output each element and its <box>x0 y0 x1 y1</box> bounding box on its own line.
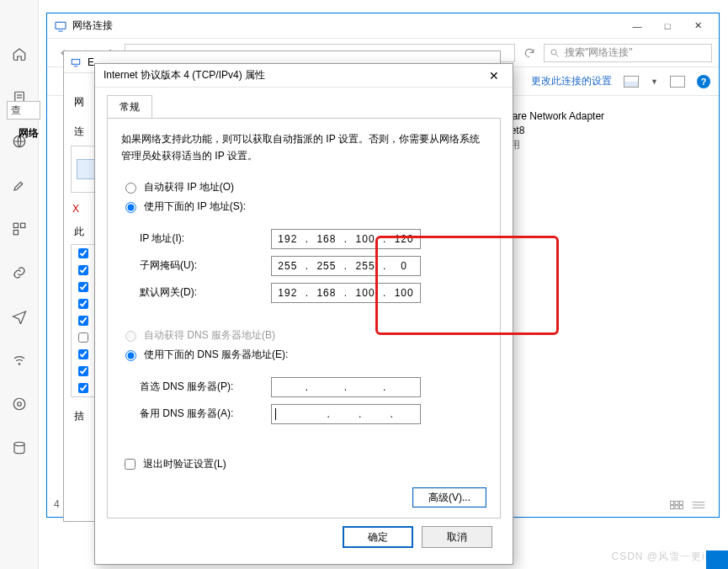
dialog-title: Internet 协议版本 4 (TCP/IPv4) 属性 <box>104 68 265 82</box>
svg-rect-19 <box>675 506 678 509</box>
svg-point-13 <box>551 50 556 55</box>
minimize-button[interactable]: — <box>623 17 651 35</box>
airplane-icon[interactable] <box>12 309 27 324</box>
svg-rect-16 <box>675 501 678 504</box>
search-box[interactable]: 搜索"网络连接" <box>544 44 712 62</box>
radio-input[interactable] <box>125 202 136 213</box>
svg-point-8 <box>17 402 21 407</box>
data-icon[interactable] <box>12 440 27 455</box>
change-settings-link[interactable]: 更改此连接的设置 <box>531 74 612 88</box>
radio-use-dns[interactable]: 使用下面的 DNS 服务器地址(E): <box>121 348 486 362</box>
checkbox-label: 退出时验证设置(L) <box>143 457 226 471</box>
vpn-icon[interactable] <box>12 396 27 412</box>
radio-auto-dns: 自动获得 DNS 服务器地址(B) <box>121 328 486 343</box>
svg-point-7 <box>19 364 20 365</box>
label-mask: 子网掩码(U): <box>140 258 271 273</box>
network-icon <box>54 19 67 33</box>
ipv4-properties-dialog: Internet 协议版本 4 (TCP/IPv4) 属性 ✕ 常规 如果网络支… <box>94 63 513 565</box>
window-title: 网络连接 <box>72 19 113 33</box>
ok-button[interactable]: 确定 <box>343 526 413 548</box>
watermark: CSDN @风雪一更ing <box>611 550 718 564</box>
svg-point-9 <box>13 398 25 410</box>
ethernet-icon <box>69 56 82 69</box>
subnet-mask-input[interactable]: 255.255.255.0 <box>271 256 421 276</box>
checkbox[interactable] <box>78 349 88 359</box>
dns1-input[interactable]: ... <box>271 377 421 397</box>
home-icon[interactable] <box>12 46 27 61</box>
radio-label: 使用下面的 DNS 服务器地址(E): <box>144 348 288 362</box>
checkbox[interactable] <box>78 332 88 343</box>
svg-rect-24 <box>72 59 79 64</box>
checkbox[interactable] <box>78 248 88 258</box>
gateway-input[interactable]: 192.168.100.100 <box>271 283 421 303</box>
checkbox[interactable] <box>78 282 88 292</box>
apps-icon[interactable] <box>12 221 27 237</box>
view-mode-icons[interactable] <box>670 500 705 510</box>
help-icon[interactable]: ? <box>697 75 710 88</box>
label-gateway: 默认网关(D): <box>140 285 271 300</box>
close-icon[interactable]: ✕ <box>484 69 504 82</box>
close-button[interactable]: ✕ <box>683 17 712 35</box>
radio-label: 使用下面的 IP 地址(S): <box>144 199 246 214</box>
radio-label: 自动获得 DNS 服务器地址(B) <box>144 328 275 343</box>
checkbox[interactable] <box>78 366 88 376</box>
checkbox[interactable] <box>78 316 88 326</box>
radio-use-ip[interactable]: 使用下面的 IP 地址(S): <box>121 199 486 214</box>
dns2-input[interactable]: ... <box>271 404 421 424</box>
svg-rect-6 <box>13 231 18 235</box>
personalize-icon[interactable] <box>12 178 27 193</box>
info-text: 如果网络支持此功能，则可以获取自动指派的 IP 设置。否则，你需要从网络系统管理… <box>121 130 486 165</box>
window-titlebar: 网络连接 — □ ✕ <box>47 13 719 39</box>
link-icon[interactable] <box>12 265 27 280</box>
taskbar-fragment <box>706 550 728 569</box>
dialog-titlebar: Internet 协议版本 4 (TCP/IPv4) 属性 ✕ <box>95 64 513 88</box>
cancel-button[interactable]: 取消 <box>422 526 492 548</box>
view-toggle-icon[interactable] <box>624 76 639 88</box>
label-dns1: 首选 DNS 服务器(P): <box>140 380 271 394</box>
advanced-button[interactable]: 高级(V)... <box>412 487 486 508</box>
svg-rect-5 <box>20 223 24 227</box>
radio-label: 自动获得 IP 地址(O) <box>144 180 234 194</box>
svg-rect-18 <box>671 506 674 509</box>
search-placeholder: 搜索"网络连接" <box>565 45 633 60</box>
refresh-button[interactable] <box>520 44 539 62</box>
item-count: 4 <box>54 498 60 510</box>
maximize-button[interactable]: □ <box>653 17 682 35</box>
radio-input[interactable] <box>125 350 136 361</box>
svg-rect-11 <box>56 22 66 29</box>
svg-rect-4 <box>13 223 18 227</box>
search-icon <box>550 48 560 58</box>
validate-on-exit[interactable]: 退出时验证设置(L) <box>121 456 486 472</box>
tab-general[interactable]: 常规 <box>107 95 152 119</box>
app-sidebar <box>0 0 39 569</box>
svg-point-10 <box>14 442 24 446</box>
tab-panel-general: 如果网络支持此功能，则可以获取自动指派的 IP 设置。否则，你需要从网络系统管理… <box>107 118 501 518</box>
checkbox[interactable] <box>78 383 88 393</box>
checkbox[interactable] <box>78 299 88 309</box>
chevron-down-icon[interactable]: ▼ <box>651 77 658 86</box>
checkbox[interactable] <box>125 459 136 470</box>
wifi-icon[interactable] <box>12 353 27 368</box>
label-dns2: 备用 DNS 服务器(A): <box>140 407 271 421</box>
ip-address-input[interactable]: 192.168.100.120 <box>271 229 421 249</box>
svg-rect-15 <box>671 501 674 504</box>
search-input-partial[interactable]: 查 <box>7 101 40 120</box>
radio-input[interactable] <box>125 183 136 194</box>
svg-line-14 <box>556 54 559 56</box>
radio-auto-ip[interactable]: 自动获得 IP 地址(O) <box>121 180 486 194</box>
network-heading: 网络 <box>19 126 39 141</box>
svg-rect-20 <box>679 506 683 509</box>
label-ip: IP 地址(I): <box>140 231 271 246</box>
ethernet-title-prefix: E <box>88 56 94 68</box>
radio-input <box>125 331 136 342</box>
checkbox[interactable] <box>78 265 88 275</box>
details-view-icon[interactable] <box>670 76 685 88</box>
svg-rect-17 <box>679 501 683 504</box>
